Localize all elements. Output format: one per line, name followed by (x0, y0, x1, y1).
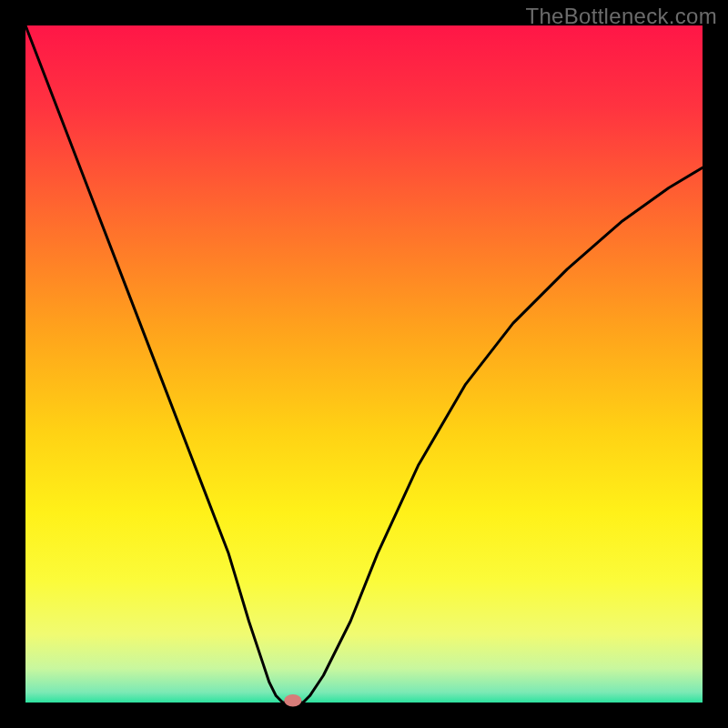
bottleneck-chart (0, 0, 728, 728)
watermark-text: TheBottleneck.com (525, 4, 717, 29)
chart-container: TheBottleneck.com (0, 0, 728, 728)
optimal-point-marker (284, 694, 301, 706)
plot-background (25, 25, 703, 703)
